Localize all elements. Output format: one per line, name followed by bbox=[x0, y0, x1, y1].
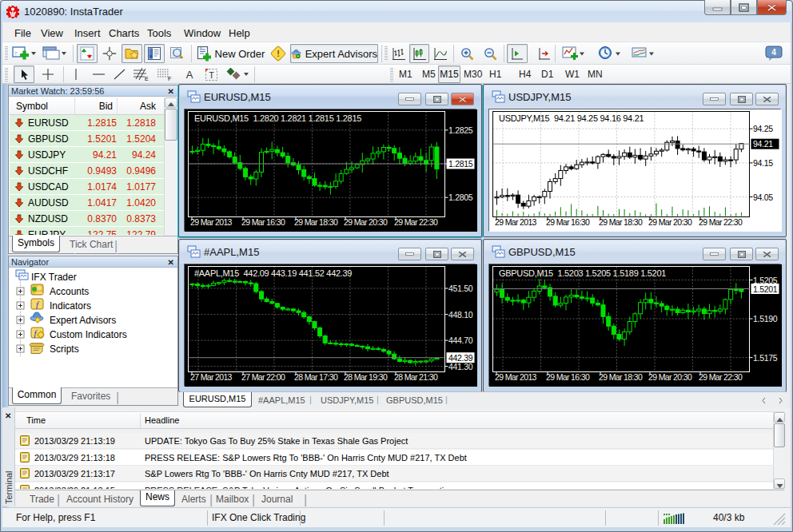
svg-text:29 Mar 20:30: 29 Mar 20:30 bbox=[344, 217, 388, 227]
svg-text:442.39: 442.39 bbox=[448, 353, 473, 363]
svg-text:29 Mar 16:30: 29 Mar 16:30 bbox=[546, 372, 590, 382]
svg-text:F: F bbox=[168, 76, 171, 81]
svg-text:94.25: 94.25 bbox=[753, 124, 773, 133]
svg-text:451.50: 451.50 bbox=[448, 284, 473, 293]
svg-text:94.15: 94.15 bbox=[753, 158, 773, 168]
svg-text:1.2805: 1.2805 bbox=[448, 193, 473, 202]
svg-text:29 Mar 18:30: 29 Mar 18:30 bbox=[599, 372, 643, 382]
svg-text:1.5175: 1.5175 bbox=[753, 353, 778, 363]
svg-text:29 Mar 22:30: 29 Mar 22:30 bbox=[394, 217, 438, 227]
svg-text:29 Mar 2013: 29 Mar 2013 bbox=[190, 217, 233, 227]
svg-text:29 Mar 16:30: 29 Mar 16:30 bbox=[546, 217, 590, 227]
svg-text:441.30: 441.30 bbox=[448, 362, 473, 371]
svg-text:EURUSD,M15 1.2820 1.2821 1.28: EURUSD,M15 1.2820 1.2821 1.2815 1.2815 bbox=[194, 113, 361, 123]
svg-text:448.10: 448.10 bbox=[448, 310, 473, 320]
svg-text:28 Mar 21:30: 28 Mar 21:30 bbox=[394, 372, 438, 382]
svg-text:27 Mar 2013: 27 Mar 2013 bbox=[190, 372, 233, 382]
svg-text:4: 4 bbox=[771, 48, 776, 57]
svg-text:USDJPY,M15 94.21 94.25 94.16: USDJPY,M15 94.21 94.25 94.16 94.21 bbox=[499, 113, 644, 123]
svg-text:29 Mar 18:30: 29 Mar 18:30 bbox=[599, 217, 643, 227]
svg-text:29 Mar 20:30: 29 Mar 20:30 bbox=[648, 217, 692, 227]
svg-text:T: T bbox=[209, 70, 214, 80]
svg-text:1.2815: 1.2815 bbox=[448, 159, 473, 169]
svg-text:29 Mar 22:30: 29 Mar 22:30 bbox=[699, 217, 743, 227]
svg-text:94.21: 94.21 bbox=[753, 139, 773, 149]
svg-text:29 Mar 22:30: 29 Mar 22:30 bbox=[699, 372, 743, 382]
svg-text:94.05: 94.05 bbox=[753, 193, 773, 202]
svg-text:#AAPL,M15 442.09 443.19 441.5: #AAPL,M15 442.09 443.19 441.52 442.39 bbox=[194, 268, 352, 278]
svg-text:GBPUSD,M15 1.5203 1.5205 1.51: GBPUSD,M15 1.5203 1.5205 1.5189 1.5201 bbox=[499, 268, 666, 278]
svg-text:1.5201: 1.5201 bbox=[753, 284, 778, 294]
svg-text:29 Mar 2013: 29 Mar 2013 bbox=[495, 217, 537, 227]
svg-text:28 Mar 19:30: 28 Mar 19:30 bbox=[344, 372, 388, 382]
svg-text:29 Mar 20:30: 29 Mar 20:30 bbox=[648, 372, 692, 382]
svg-text:444.70: 444.70 bbox=[448, 335, 473, 345]
svg-text:27 Mar 22:00: 27 Mar 22:00 bbox=[241, 372, 285, 382]
svg-text:29 Mar 18:30: 29 Mar 18:30 bbox=[294, 217, 338, 227]
svg-text:1.5190: 1.5190 bbox=[753, 314, 778, 324]
svg-text:29 Mar 2013: 29 Mar 2013 bbox=[495, 372, 537, 382]
svg-text:!: ! bbox=[277, 49, 280, 58]
svg-text:1.2825: 1.2825 bbox=[448, 125, 473, 135]
svg-text:29 Mar 16:30: 29 Mar 16:30 bbox=[241, 217, 285, 227]
svg-text:28 Mar 17:30: 28 Mar 17:30 bbox=[294, 372, 338, 382]
svg-text:E: E bbox=[145, 76, 149, 81]
